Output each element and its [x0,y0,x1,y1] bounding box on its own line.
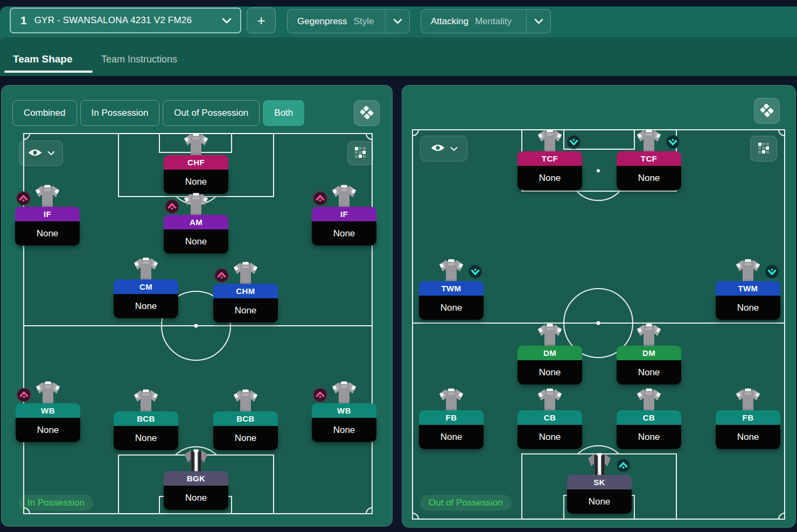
player-name: None [518,166,582,190]
role-badge: TWM [716,281,780,296]
drop-back-icon [468,264,483,281]
outfield-jersey-icon [419,388,484,410]
grid-icon [354,146,367,160]
outfield-jersey-icon [213,389,278,411]
role-badge: IF [312,207,376,221]
player-card-sk[interactable]: SK None [567,452,632,514]
role-badge: IF [15,207,80,221]
chevron-down-icon [222,18,232,24]
filter-in-possession[interactable]: In Possession [80,100,160,126]
outfield-jersey-icon [114,389,178,411]
push-forward-icon [16,191,31,208]
player-card-tcf[interactable]: TCF None [617,129,681,190]
grid-view-button[interactable] [750,136,777,162]
player-card-cb[interactable]: CB None [518,388,582,449]
player-card-bgk[interactable]: BGK None [164,449,228,510]
role-badge: BGK [164,471,228,486]
style-dropdown[interactable]: Gegenpress Style [287,9,410,33]
tactic-name: GYR - SWANSALONA 4231 V2 FM26 [34,15,222,26]
player-card-bcb[interactable]: BCB None [213,389,278,450]
grid-view-button[interactable] [347,141,373,165]
role-badge: TCF [617,151,681,166]
player-card-if[interactable]: IF None [15,184,80,246]
visibility-dropdown-button[interactable] [420,136,467,162]
kit-toggle-button[interactable] [754,98,780,124]
kit-icon [760,103,774,119]
player-card-tcf[interactable]: TCF None [518,129,582,190]
role-badge: FB [419,410,484,425]
eye-icon [27,149,43,158]
chevron-down-icon [450,145,458,153]
outfield-jersey-icon [518,323,582,346]
player-card-wb[interactable]: WB None [312,381,376,442]
outfield-jersey-icon [518,388,582,410]
chevron-down-icon [386,18,409,24]
outfield-jersey-icon [716,388,780,410]
player-name: None [617,425,681,449]
add-tactic-button[interactable]: + [247,8,276,33]
tab-team-instructions[interactable]: Team Instructions [101,54,177,65]
filter-both[interactable]: Both [263,100,304,126]
player-card-fb[interactable]: FB None [716,388,780,449]
goalkeeper-jersey-icon [164,449,228,471]
mentality-value: Attacking [431,16,469,27]
player-name: None [213,426,278,450]
visibility-dropdown-button[interactable] [19,141,63,166]
player-card-fb[interactable]: FB None [419,388,484,449]
push-forward-icon [313,191,327,208]
role-badge: CB [518,410,582,425]
filter-combined[interactable]: Combined [12,100,77,126]
drop-back-icon [765,264,779,281]
player-name: None [164,170,228,194]
player-card-wb[interactable]: WB None [16,381,80,442]
player-card-bcb[interactable]: BCB None [114,389,178,450]
filter-out-of-possession[interactable]: Out of Possession [163,100,260,126]
role-badge: FB [716,410,780,425]
player-card-chf[interactable]: CHF None [164,132,228,194]
player-card-am[interactable]: AM None [164,192,228,254]
role-badge: SK [567,475,632,489]
kit-toggle-button[interactable] [354,100,380,126]
top-toolbar: 1 GYR - SWANSALONA 4231 V2 FM26 + Gegenp… [0,6,797,75]
role-badge: BCB [114,411,178,426]
player-name: None [312,221,376,246]
player-name: None [16,418,80,442]
push-forward-icon [17,388,31,404]
push-forward-icon [165,199,179,216]
step-out-icon [616,458,631,475]
drop-back-icon [666,135,680,151]
tab-team-shape[interactable]: Team Shape [13,53,73,65]
player-name: None [716,296,780,320]
player-name: None [518,360,582,384]
player-name: None [114,294,178,318]
grid-icon [757,142,770,156]
role-badge: DM [518,346,582,360]
tactics-screen: 1 GYR - SWANSALONA 4231 V2 FM26 + Gegenp… [0,0,797,532]
phase-label-in-possession: In Possession [19,495,93,511]
player-name: None [114,426,178,450]
player-card-dm[interactable]: DM None [617,323,681,384]
player-name: None [419,296,484,320]
phase-label-out-of-possession: Out of Possession [420,495,512,511]
mentality-dropdown[interactable]: Attacking Mentality [421,9,551,33]
active-tab-underline [4,71,93,73]
role-badge: CB [617,410,681,425]
player-card-twm[interactable]: TWM None [716,258,780,320]
eye-icon [430,144,445,153]
player-card-if[interactable]: IF None [312,184,376,246]
role-badge: AM [164,215,228,229]
outfield-jersey-icon [617,323,681,346]
role-badge: DM [617,346,681,360]
player-card-chm[interactable]: CHM None [213,261,278,323]
role-badge: CM [114,279,178,294]
push-forward-icon [214,268,229,285]
player-card-cb[interactable]: CB None [617,388,681,449]
player-name: None [164,486,228,510]
player-card-twm[interactable]: TWM None [419,258,484,320]
role-badge: TWM [419,281,484,296]
player-card-dm[interactable]: DM None [518,323,582,384]
chevron-down-icon [47,149,55,157]
player-card-cm[interactable]: CM None [114,257,178,318]
tactic-selector[interactable]: 1 GYR - SWANSALONA 4231 V2 FM26 [10,8,241,33]
role-badge: TCF [518,151,582,166]
